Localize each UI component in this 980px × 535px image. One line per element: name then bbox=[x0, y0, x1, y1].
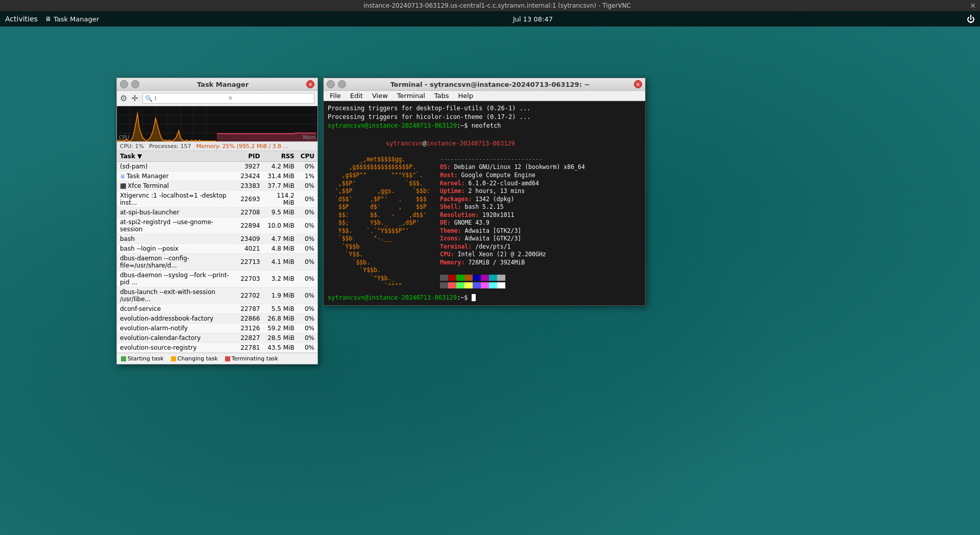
col-rss[interactable]: RSS bbox=[263, 151, 297, 162]
tm-title: Task Manager bbox=[139, 81, 306, 88]
table-row[interactable]: dconf-service227875.5 MiB0% bbox=[117, 304, 317, 314]
cpu-cell: 0% bbox=[298, 181, 317, 191]
term-minimize-button[interactable] bbox=[327, 80, 335, 88]
tigervnc-title: instance-20240713-063129.us-central1-c.c… bbox=[24, 2, 970, 9]
term-content[interactable]: Processing triggers for desktop-file-uti… bbox=[324, 101, 645, 305]
table-row[interactable]: evolution-source-registry2278143.5 MiB0% bbox=[117, 343, 317, 353]
task-name-cell: evolution-alarm-notify bbox=[117, 324, 237, 333]
rss-cell: 43.5 MiB bbox=[263, 343, 297, 353]
tigervnc-close-button[interactable]: ✕ bbox=[970, 2, 976, 10]
table-row[interactable]: at-spi2-registryd --use-gnome-session228… bbox=[117, 217, 317, 234]
cpu-stat: CPU: 1% bbox=[120, 143, 144, 150]
task-name-cell: bash --login --posix bbox=[117, 244, 237, 254]
tigervnc-titlebar: instance-20240713-063129.us-central1-c.c… bbox=[0, 0, 980, 11]
table-row[interactable]: dbus-daemon --config-file=/usr/share/d..… bbox=[117, 254, 317, 271]
tm-maximize-button[interactable] bbox=[131, 80, 139, 88]
pid-cell: 22894 bbox=[237, 217, 263, 234]
task-name-cell: evolution-addressbook-factory bbox=[117, 314, 237, 324]
cpu-cell: 0% bbox=[298, 314, 317, 324]
pid-cell: 22866 bbox=[237, 314, 263, 324]
rss-cell: 4.1 MiB bbox=[263, 254, 297, 271]
cpu-cell: 0% bbox=[298, 191, 317, 208]
rss-cell: 4.2 MiB bbox=[263, 162, 297, 172]
term-title: Terminal - sytrancsvn@instance-20240713-… bbox=[346, 81, 634, 88]
activities-button[interactable]: Activities bbox=[5, 15, 38, 23]
table-row[interactable]: evolution-calendar-factory2282728.5 MiB0… bbox=[117, 333, 317, 343]
table-row[interactable]: (sd-pam)39274.2 MiB0% bbox=[117, 162, 317, 172]
tm-toolbar: ⚙ ✛ 🔍 ✕ bbox=[117, 91, 317, 106]
menu-help[interactable]: Help bbox=[454, 91, 478, 101]
col-task[interactable]: Task ▼ bbox=[117, 151, 237, 162]
cpu-cell: 0% bbox=[298, 162, 317, 172]
cpu-cell: 0% bbox=[298, 254, 317, 271]
task-manager-window: Task Manager ✕ ⚙ ✛ 🔍 ✕ CPU Mem CPU: 1% P… bbox=[116, 78, 318, 364]
pid-cell: 22827 bbox=[237, 333, 263, 343]
tm-search-box[interactable]: 🔍 ✕ bbox=[142, 93, 314, 104]
neofetch-info: ----------------------------- OS: Debian… bbox=[440, 156, 585, 290]
menu-terminal[interactable]: Terminal bbox=[393, 91, 429, 101]
pid-cell: 22708 bbox=[237, 208, 263, 217]
panel-datetime: Jul 13 08:47 bbox=[513, 15, 553, 23]
table-row[interactable]: bash --login --posix40214.8 MiB0% bbox=[117, 244, 317, 254]
legend-starting-dot bbox=[121, 356, 126, 361]
legend-changing-label: Changing task bbox=[178, 355, 218, 362]
cpu-cell: 1% bbox=[298, 172, 317, 181]
task-name-cell: 🖥Task Manager bbox=[117, 172, 237, 181]
neofetch-ascii: _,met$$$$$gg. ,g$$$$$$$$$$$$$$$P. ,g$$P"… bbox=[328, 156, 440, 290]
rss-cell: 1.9 MiB bbox=[263, 287, 297, 304]
rss-cell: 4.8 MiB bbox=[263, 244, 297, 254]
tm-icon: 🖥 bbox=[120, 174, 125, 179]
cursor bbox=[472, 294, 476, 301]
tm-graph-area: CPU Mem bbox=[117, 106, 317, 142]
pid-cell: 22781 bbox=[237, 343, 263, 353]
term-close-button[interactable]: ✕ bbox=[634, 80, 642, 88]
task-name-cell: evolution-calendar-factory bbox=[117, 333, 237, 343]
panel-right: ⏻ bbox=[967, 14, 975, 24]
term-prompt-line: sytrancsvn@instance-20240713-063129:~$ n… bbox=[328, 121, 641, 130]
cpu-cell: 0% bbox=[298, 324, 317, 333]
power-icon[interactable]: ⏻ bbox=[967, 14, 975, 24]
pid-cell: 3927 bbox=[237, 162, 263, 172]
menu-file[interactable]: File bbox=[326, 91, 345, 101]
rss-cell: 31.4 MiB bbox=[263, 172, 297, 181]
term-titlebar: Terminal - sytrancsvn@instance-20240713-… bbox=[324, 78, 645, 91]
table-row[interactable]: evolution-addressbook-factory2286626.8 M… bbox=[117, 314, 317, 324]
table-row[interactable]: Xtigervnc :1 -localhost=1 -desktop inst.… bbox=[117, 191, 317, 208]
table-row[interactable]: dbus-launch --exit-with-session /usr/lib… bbox=[117, 287, 317, 304]
term-bottom-prompt: sytrancsvn@instance-20240713-063129:~$ bbox=[328, 294, 641, 302]
menu-tabs[interactable]: Tabs bbox=[430, 91, 453, 101]
search-icon: 🔍 bbox=[145, 95, 153, 102]
cpu-cell: 0% bbox=[298, 234, 317, 244]
terminal-window: Terminal - sytrancsvn@instance-20240713-… bbox=[323, 78, 646, 306]
pid-cell: 22787 bbox=[237, 304, 263, 314]
desktop: Task Manager ✕ ⚙ ✛ 🔍 ✕ CPU Mem CPU: 1% P… bbox=[0, 27, 980, 535]
menu-edit[interactable]: Edit bbox=[346, 91, 367, 101]
table-row[interactable]: 🖥Task Manager2342431.4 MiB1% bbox=[117, 172, 317, 181]
xfce-icon: ⬛ bbox=[120, 183, 126, 189]
table-row[interactable]: bash234094.7 MiB0% bbox=[117, 234, 317, 244]
search-input[interactable] bbox=[155, 94, 226, 102]
pid-cell: 23424 bbox=[237, 172, 263, 181]
memory-stat: Memory: 25% (995.2 MiB / 3.8 ... bbox=[196, 143, 288, 150]
col-pid[interactable]: PID bbox=[237, 151, 263, 162]
menu-view[interactable]: View bbox=[368, 91, 392, 101]
tm-settings-icon[interactable]: ⚙ bbox=[120, 93, 127, 103]
tm-status-bar: CPU: 1% Processes: 157 Memory: 25% (995.… bbox=[117, 142, 317, 151]
tm-minimize-button[interactable] bbox=[120, 80, 128, 88]
task-name-cell: dbus-daemon --config-file=/usr/share/d..… bbox=[117, 254, 237, 271]
taskmanager-panel-item[interactable]: 🖥 Task Manager bbox=[45, 15, 99, 23]
tm-table: Task ▼ PID RSS CPU (sd-pam)39274.2 MiB0%… bbox=[117, 151, 317, 353]
tm-legend: Starting task Changing task Terminating … bbox=[117, 353, 317, 364]
tm-close-button[interactable]: ✕ bbox=[306, 80, 314, 88]
term-maximize-button[interactable] bbox=[338, 80, 346, 88]
table-row[interactable]: evolution-alarm-notify2312659.2 MiB0% bbox=[117, 324, 317, 333]
task-name-cell: at-spi-bus-launcher bbox=[117, 208, 237, 217]
table-row[interactable]: ⬛Xfce Terminal2338337.7 MiB0% bbox=[117, 181, 317, 191]
pid-cell: 23126 bbox=[237, 324, 263, 333]
search-clear-icon[interactable]: ✕ bbox=[228, 95, 233, 102]
table-row[interactable]: at-spi-bus-launcher227089.5 MiB0% bbox=[117, 208, 317, 217]
table-row[interactable]: dbus-daemon --syslog --fork --print-pid … bbox=[117, 271, 317, 287]
tm-move-icon[interactable]: ✛ bbox=[131, 93, 138, 103]
col-cpu[interactable]: CPU bbox=[298, 151, 317, 162]
rss-cell: 28.5 MiB bbox=[263, 333, 297, 343]
